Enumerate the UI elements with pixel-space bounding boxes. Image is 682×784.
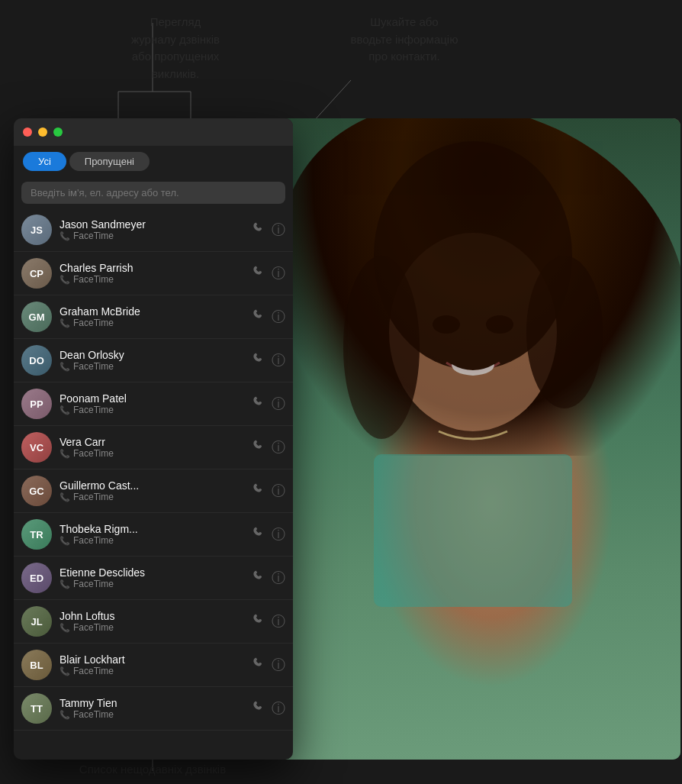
phone-icon: 📞 — [60, 318, 70, 328]
contact-item[interactable]: DO Dean Orlosky 📞 FaceTime ⓘ — [14, 339, 293, 382]
info-icon[interactable]: ⓘ — [272, 397, 285, 411]
phone-icon: 📞 — [60, 449, 70, 459]
contact-info: Vera Carr 📞 FaceTime — [60, 436, 252, 459]
call-icon[interactable] — [252, 395, 265, 412]
facetime-video — [259, 118, 680, 760]
contact-subtitle: 📞 FaceTime — [60, 318, 252, 328]
contact-actions: ⓘ — [252, 439, 285, 456]
avatar: GM — [21, 302, 52, 332]
contact-subtitle: 📞 FaceTime — [60, 274, 252, 285]
contact-actions: ⓘ — [252, 569, 285, 586]
call-icon[interactable] — [252, 482, 265, 499]
avatar: BL — [21, 650, 52, 680]
avatar: JS — [21, 215, 52, 245]
annotation-top-left: Перегляджурналу дзвінківабо пропущенихви… — [99, 14, 252, 82]
contact-name: Guillermo Cast... — [60, 479, 252, 492]
contact-name: Etienne Desclides — [60, 566, 252, 579]
contact-subtitle: 📞 FaceTime — [60, 448, 252, 459]
info-icon[interactable]: ⓘ — [272, 440, 285, 454]
contact-info: Tammy Tien 📞 FaceTime — [60, 697, 252, 720]
info-icon[interactable]: ⓘ — [272, 266, 285, 280]
tab-all[interactable]: Усі — [23, 152, 66, 171]
tab-missed[interactable]: Пропущені — [69, 152, 150, 171]
info-icon[interactable]: ⓘ — [272, 223, 285, 237]
info-icon[interactable]: ⓘ — [272, 484, 285, 498]
call-icon[interactable] — [252, 700, 265, 717]
contact-info: Guillermo Cast... 📞 FaceTime — [60, 479, 252, 502]
call-icon[interactable] — [252, 439, 265, 456]
minimize-button[interactable] — [38, 127, 47, 137]
contact-item[interactable]: VC Vera Carr 📞 FaceTime ⓘ — [14, 426, 293, 469]
phone-icon: 📞 — [60, 710, 70, 720]
contact-item[interactable]: JL John Loftus 📞 FaceTime ⓘ — [14, 600, 293, 644]
info-icon[interactable]: ⓘ — [272, 571, 285, 585]
contact-item[interactable]: CP Charles Parrish 📞 FaceTime ⓘ — [14, 252, 293, 295]
contact-subtitle: 📞 FaceTime — [60, 709, 252, 720]
contact-info: Blair Lockhart 📞 FaceTime — [60, 653, 252, 676]
contact-info: Charles Parrish 📞 FaceTime — [60, 262, 252, 285]
contact-item[interactable]: JS Jason Sandmeyer 📞 FaceTime ⓘ — [14, 208, 293, 252]
svg-point-10 — [526, 256, 603, 408]
contact-info: Etienne Desclides 📞 FaceTime — [60, 566, 252, 589]
search-input[interactable] — [21, 182, 285, 204]
contact-actions: ⓘ — [252, 657, 285, 673]
contact-item[interactable]: GM Graham McBride 📞 FaceTime ⓘ — [14, 295, 293, 339]
close-button[interactable] — [23, 127, 32, 137]
contact-subtitle: 📞 FaceTime — [60, 492, 252, 502]
contact-info: John Loftus 📞 FaceTime — [60, 610, 252, 633]
call-icon[interactable] — [252, 526, 265, 543]
contact-subtitle: 📞 FaceTime — [60, 579, 252, 589]
tabs-bar: Усі Пропущені — [14, 146, 293, 177]
contact-info: Jason Sandmeyer 📞 FaceTime — [60, 218, 252, 241]
avatar: VC — [21, 432, 52, 463]
contact-actions: ⓘ — [252, 308, 285, 325]
info-icon[interactable]: ⓘ — [272, 528, 285, 541]
contact-item[interactable]: GC Guillermo Cast... 📞 FaceTime ⓘ — [14, 469, 293, 513]
avatar: ED — [21, 563, 52, 593]
title-bar — [14, 118, 293, 146]
contact-subtitle: 📞 FaceTime — [60, 535, 252, 546]
info-icon[interactable]: ⓘ — [272, 615, 285, 628]
contact-name: Graham McBride — [60, 305, 252, 318]
contact-actions: ⓘ — [252, 352, 285, 369]
contact-subtitle: 📞 FaceTime — [60, 666, 252, 676]
phone-icon: 📞 — [60, 666, 70, 676]
info-icon[interactable]: ⓘ — [272, 353, 285, 367]
svg-rect-13 — [374, 454, 572, 607]
call-icon[interactable] — [252, 308, 265, 325]
contact-actions: ⓘ — [252, 700, 285, 717]
phone-icon: 📞 — [60, 536, 70, 546]
info-icon[interactable]: ⓘ — [272, 658, 285, 672]
info-icon[interactable]: ⓘ — [272, 310, 285, 324]
contact-item[interactable]: TT Tammy Tien 📞 FaceTime ⓘ — [14, 687, 293, 731]
contact-name: John Loftus — [60, 610, 252, 622]
avatar: TR — [21, 519, 52, 550]
contact-info: Graham McBride 📞 FaceTime — [60, 305, 252, 328]
call-icon[interactable] — [252, 613, 265, 630]
search-bar — [21, 182, 285, 204]
avatar: GC — [21, 476, 52, 506]
contact-name: Charles Parrish — [60, 262, 252, 274]
contact-name: Jason Sandmeyer — [60, 218, 252, 231]
contact-info: Dean Orlosky 📞 FaceTime — [60, 349, 252, 372]
call-icon[interactable] — [252, 352, 265, 369]
contact-subtitle: 📞 FaceTime — [60, 405, 252, 415]
contact-subtitle: 📞 FaceTime — [60, 361, 252, 372]
contact-actions: ⓘ — [252, 613, 285, 630]
contact-name: Poonam Patel — [60, 392, 252, 405]
contact-info: Thobeka Rigm... 📞 FaceTime — [60, 523, 252, 546]
contact-item[interactable]: ED Etienne Desclides 📞 FaceTime ⓘ — [14, 557, 293, 600]
call-icon[interactable] — [252, 569, 265, 586]
call-icon[interactable] — [252, 265, 265, 282]
call-icon[interactable] — [252, 657, 265, 673]
contact-name: Blair Lockhart — [60, 653, 252, 666]
contact-actions: ⓘ — [252, 395, 285, 412]
contact-item[interactable]: BL Blair Lockhart 📞 FaceTime ⓘ — [14, 644, 293, 687]
contact-item[interactable]: TR Thobeka Rigm... 📞 FaceTime ⓘ — [14, 513, 293, 557]
maximize-button[interactable] — [53, 127, 63, 137]
call-icon[interactable] — [252, 221, 265, 238]
contact-actions: ⓘ — [252, 221, 285, 238]
info-icon[interactable]: ⓘ — [272, 702, 285, 715]
contact-item[interactable]: PP Poonam Patel 📞 FaceTime ⓘ — [14, 382, 293, 426]
annotation-top-right: Шукайте абовводьте інформаціюпро контакт… — [320, 14, 488, 66]
